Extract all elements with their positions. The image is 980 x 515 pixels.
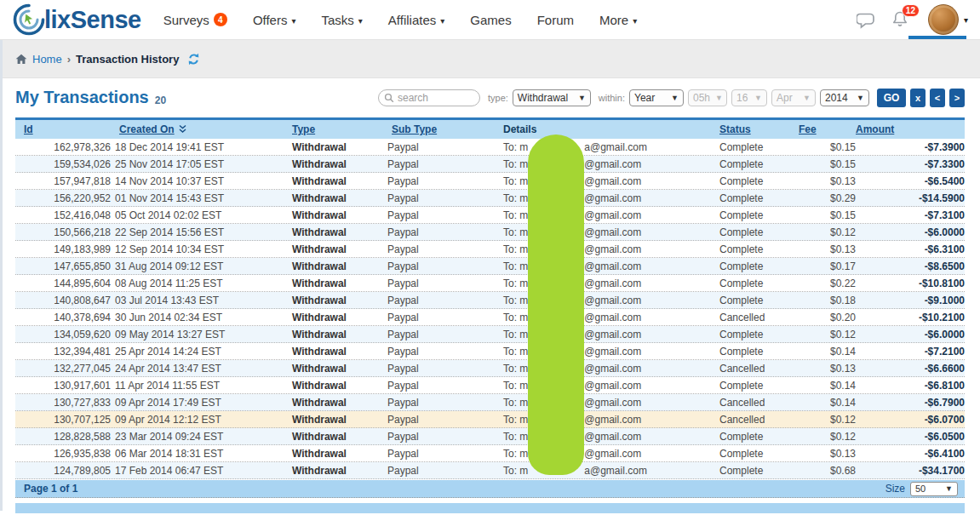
col-header-label: Details [503, 123, 536, 135]
page-size-select[interactable]: 50 ▼ [910, 482, 958, 496]
table-row[interactable]: 130,917,60111 Apr 2014 11:55 ESTWithdraw… [15, 377, 965, 394]
id-cell: 140,808,647 [15, 295, 112, 306]
prev-page-button[interactable]: < [930, 89, 945, 107]
table-row[interactable]: 152,416,04805 Oct 2014 02:02 ESTWithdraw… [15, 207, 965, 224]
id-cell: 149,183,989 [15, 243, 112, 255]
status-cell: Complete [714, 226, 793, 238]
status-cell: Complete [714, 243, 793, 255]
table-row[interactable]: 147,655,85031 Aug 2014 09:12 ESTWithdraw… [15, 258, 965, 275]
clear-filter-button[interactable]: x [910, 89, 926, 107]
fee-cell: $0.29 [793, 192, 856, 204]
chevron-down-icon: ▾ [358, 16, 363, 26]
table-row[interactable]: 124,789,80517 Feb 2014 06:47 ESTWithdraw… [15, 462, 965, 479]
col-header-label[interactable]: Id [24, 123, 33, 135]
type-cell: Withdrawal [285, 158, 383, 170]
subtype-cell: Paypal [383, 192, 490, 204]
id-cell: 150,566,218 [15, 226, 112, 238]
col-header-created-on[interactable]: Created On [112, 123, 285, 136]
nav-item-more[interactable]: More ▾ [599, 13, 637, 27]
logo-text: lixSense [44, 6, 141, 34]
status-cell: Cancelled [714, 414, 793, 426]
table-header-row: Id Created On Type Sub Type Details Stat… [15, 120, 965, 139]
subtype-cell: Paypal [383, 448, 490, 460]
col-header-amount[interactable]: Amount [856, 123, 965, 135]
detail-suffix: @gmail.com [584, 380, 641, 392]
next-page-button[interactable]: > [949, 89, 965, 107]
nav-item-tasks[interactable]: Tasks ▾ [321, 13, 362, 27]
breadcrumb-home-link[interactable]: Home [32, 53, 62, 66]
detail-prefix: To: m [503, 260, 528, 272]
table-row[interactable]: 128,828,58823 Mar 2014 09:24 ESTWithdraw… [15, 428, 965, 445]
table-row[interactable]: 156,220,95201 Nov 2014 15:43 ESTWithdraw… [15, 190, 965, 207]
created-cell: 18 Dec 2014 19:41 EST [112, 141, 285, 153]
col-header-id[interactable]: Id [15, 123, 112, 135]
table-row[interactable]: 150,566,21822 Sep 2014 15:56 ESTWithdraw… [15, 224, 965, 241]
nav-item-affiliates[interactable]: Affiliates ▾ [388, 13, 444, 27]
col-header-sub-type[interactable]: Sub Type [383, 123, 490, 135]
table-row[interactable]: 130,727,83309 Apr 2014 17:49 ESTWithdraw… [15, 394, 965, 411]
detail-suffix: @gmail.com [584, 226, 641, 238]
col-header-status[interactable]: Status [714, 123, 793, 135]
table-row[interactable]: 162,978,32618 Dec 2014 19:41 ESTWithdraw… [15, 139, 965, 156]
hour-select: 05h ▼ [688, 89, 727, 106]
go-button[interactable]: GO [877, 89, 906, 107]
amount-cell: -$14.5900 [856, 192, 965, 204]
subtype-cell: Paypal [383, 243, 490, 255]
created-cell: 23 Mar 2014 09:24 EST [112, 431, 285, 443]
account-menu[interactable]: ▾ [928, 4, 968, 35]
col-header-label[interactable]: Type [292, 123, 315, 135]
table-row[interactable]: 132,277,04524 Apr 2014 13:47 ESTWithdraw… [15, 360, 965, 377]
month-select: Apr ▼ [771, 89, 816, 106]
table-row[interactable]: 140,808,64703 Jul 2014 13:43 ESTWithdraw… [15, 292, 965, 309]
chat-icon[interactable] [857, 11, 877, 29]
nav-item-surveys[interactable]: Surveys 4 [163, 13, 227, 27]
col-header-label[interactable]: Created On [119, 123, 175, 135]
nav-item-forum[interactable]: Forum [537, 13, 574, 27]
status-cell: Complete [714, 141, 793, 153]
created-cell: 05 Oct 2014 02:02 EST [112, 209, 285, 221]
detail-prefix: To: m [503, 278, 528, 289]
table-row[interactable]: 130,707,12509 Apr 2014 12:12 ESTWithdraw… [15, 411, 965, 428]
type-cell: Withdrawal [285, 363, 383, 375]
table-row[interactable]: 159,534,02625 Nov 2014 17:05 ESTWithdraw… [15, 156, 965, 173]
fee-cell: $0.13 [793, 243, 856, 255]
nav-item-offers[interactable]: Offers ▾ [253, 13, 296, 27]
table-row[interactable]: 157,947,81814 Nov 2014 10:37 ESTWithdraw… [15, 173, 965, 190]
detail-suffix: @gmail.com [584, 346, 641, 358]
type-select[interactable]: Withdrawal ▼ [513, 89, 591, 106]
amount-cell: -$6.3100 [856, 243, 965, 255]
col-header-label[interactable]: Status [719, 123, 751, 135]
year-select[interactable]: 2014 ▼ [820, 89, 869, 106]
refresh-icon[interactable] [187, 53, 200, 66]
clixsense-logo[interactable]: lixSense [12, 3, 141, 37]
fee-cell: $0.12 [793, 226, 856, 238]
table-row[interactable]: 126,935,83806 Mar 2014 18:31 ESTWithdraw… [15, 445, 965, 462]
detail-prefix: To: m [503, 175, 528, 187]
chevron-down-icon: ▼ [754, 94, 762, 102]
col-header-label[interactable]: Sub Type [392, 123, 437, 135]
search-input[interactable] [398, 92, 474, 104]
table-row[interactable]: 149,183,98912 Sep 2014 10:34 ESTWithdraw… [15, 241, 965, 258]
col-header-type[interactable]: Type [285, 123, 383, 135]
table-row[interactable]: 134,059,62009 May 2014 13:27 ESTWithdraw… [15, 326, 965, 343]
nav-item-games[interactable]: Games [470, 13, 511, 27]
subtype-cell: Paypal [383, 329, 490, 340]
filter-bar: type: Withdrawal ▼ within: Year ▼ 05h ▼ … [378, 89, 965, 107]
table-row[interactable]: 140,378,69430 Jun 2014 02:34 ESTWithdraw… [15, 309, 965, 326]
type-cell: Withdrawal [285, 380, 383, 392]
details-cell: To: m@gmail.com [490, 192, 714, 204]
table-row[interactable]: 132,394,48125 Apr 2014 14:24 ESTWithdraw… [15, 343, 965, 360]
col-header-label[interactable]: Fee [799, 123, 817, 135]
amount-cell: -$34.1700 [856, 465, 965, 477]
col-header-label[interactable]: Amount [856, 123, 894, 135]
day-select: 16 ▼ [731, 89, 767, 106]
within-select[interactable]: Year ▼ [629, 89, 684, 106]
details-cell: To: m@gmail.com [490, 380, 714, 392]
detail-suffix: @gmail.com [584, 312, 641, 323]
col-header-fee[interactable]: Fee [793, 123, 856, 135]
details-cell: To: m@gmail.com [490, 158, 714, 170]
table-row[interactable]: 144,895,60408 Aug 2014 11:25 ESTWithdraw… [15, 275, 965, 292]
notifications-bell-icon[interactable]: 12 [891, 10, 909, 29]
amount-cell: -$7.3900 [856, 141, 965, 153]
details-cell: To: ma@gmail.com [490, 141, 714, 153]
